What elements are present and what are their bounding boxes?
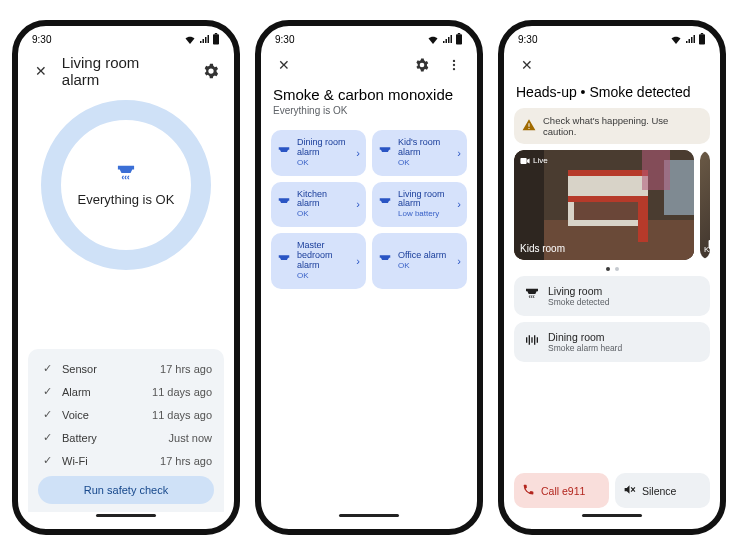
check-row: ✓Voice11 days ago	[38, 403, 214, 426]
alarm-card[interactable]: Living room alarmLow battery ›	[372, 182, 467, 228]
signal-icon	[685, 34, 695, 44]
alarm-status: OK	[297, 210, 350, 219]
svg-rect-17	[638, 196, 648, 242]
alarm-status: Low battery	[398, 210, 451, 219]
page-subtitle: Everything is OK	[271, 105, 467, 124]
header	[271, 48, 467, 84]
pager-dot[interactable]	[606, 267, 610, 271]
alarm-name: Living room alarm	[398, 190, 451, 210]
check-row: ✓Sensor17 hrs ago	[38, 357, 214, 380]
status-icons	[427, 33, 463, 45]
battery-icon	[212, 33, 220, 45]
check-time: 11 days ago	[152, 409, 212, 421]
check-row: ✓Alarm11 days ago	[38, 380, 214, 403]
check-icon: ✓	[40, 362, 54, 375]
svg-point-4	[453, 60, 455, 62]
alarm-status: OK	[297, 159, 350, 168]
close-icon[interactable]	[273, 54, 295, 76]
more-icon[interactable]	[443, 54, 465, 76]
settings-icon[interactable]	[200, 60, 222, 82]
room-status: Smoke alarm heard	[548, 343, 622, 353]
carousel-pager[interactable]	[514, 267, 710, 271]
svg-rect-0	[213, 34, 219, 44]
alarm-status: OK	[398, 262, 451, 271]
pager-dot[interactable]	[615, 267, 619, 271]
safety-checklist: ✓Sensor17 hrs ago ✓Alarm11 days ago ✓Voi…	[28, 349, 224, 512]
chevron-right-icon: ›	[457, 198, 461, 210]
header: Living room alarm	[28, 48, 224, 96]
header	[514, 48, 710, 84]
alarm-status: OK	[398, 159, 451, 168]
close-icon[interactable]	[516, 54, 538, 76]
warning-icon	[522, 118, 536, 134]
status-message: Everything is OK	[78, 192, 175, 207]
settings-icon[interactable]	[411, 54, 433, 76]
sound-icon	[524, 333, 540, 351]
svg-rect-1	[215, 33, 217, 34]
home-indicator[interactable]	[582, 514, 642, 517]
mute-icon	[623, 483, 636, 498]
home-indicator[interactable]	[96, 514, 156, 517]
action-row: Call e911 Silence	[514, 473, 710, 512]
check-icon: ✓	[40, 431, 54, 444]
svg-rect-16	[574, 202, 640, 220]
camera-carousel[interactable]: Live Kids room Kit	[514, 150, 710, 260]
warning-banner: Check what's happening. Use caution.	[514, 108, 710, 144]
status-time: 9:30	[518, 34, 537, 45]
smoke-detector-icon	[378, 144, 392, 162]
smoke-detector-icon	[115, 164, 137, 186]
room-status: Smoke detected	[548, 297, 609, 307]
check-label: Sensor	[62, 363, 97, 375]
svg-point-6	[453, 68, 455, 70]
smoke-detector-icon	[524, 287, 540, 305]
call-e911-button[interactable]: Call e911	[514, 473, 609, 508]
room-status-card[interactable]: Dining roomSmoke alarm heard	[514, 322, 710, 362]
close-icon[interactable]	[30, 60, 52, 82]
run-safety-check-button[interactable]: Run safety check	[38, 476, 214, 504]
home-indicator[interactable]	[339, 514, 399, 517]
silence-label: Silence	[642, 485, 676, 497]
status-icons	[184, 33, 220, 45]
check-time: 17 hrs ago	[160, 363, 212, 375]
alarm-card[interactable]: Kitchen alarmOK ›	[271, 182, 366, 228]
smoke-detector-icon	[277, 144, 291, 162]
chevron-right-icon: ›	[356, 147, 360, 159]
chevron-right-icon: ›	[356, 198, 360, 210]
alarm-card[interactable]: Master bedroom alarmOK ›	[271, 233, 366, 288]
smoke-detector-icon	[277, 195, 291, 213]
warning-text: Check what's happening. Use caution.	[543, 115, 702, 137]
page-title: Living room alarm	[62, 54, 180, 88]
live-label: Live	[533, 156, 548, 165]
status-bar: 9:30	[504, 26, 720, 48]
wifi-icon	[427, 34, 439, 44]
svg-rect-18	[642, 150, 670, 190]
camera-icon	[520, 157, 530, 165]
alarm-status: OK	[297, 272, 350, 281]
camera-caption: Kit	[704, 245, 710, 254]
status-ring: Everything is OK	[41, 100, 211, 270]
alarm-name: Dining room alarm	[297, 138, 350, 158]
chevron-right-icon: ›	[356, 255, 360, 267]
svg-rect-3	[458, 33, 460, 34]
alarm-card[interactable]: Dining room alarmOK ›	[271, 130, 366, 176]
smoke-detector-icon	[378, 252, 392, 270]
alarm-card[interactable]: Office alarmOK ›	[372, 233, 467, 288]
camera-card-peek[interactable]: Kit	[700, 150, 710, 260]
room-status-card[interactable]: Living roomSmoke detected	[514, 276, 710, 316]
smoke-detector-icon	[277, 252, 291, 270]
check-icon: ✓	[40, 385, 54, 398]
svg-rect-7	[699, 34, 705, 44]
camera-card[interactable]: Live Kids room	[514, 150, 694, 260]
check-row: ✓Wi-Fi17 hrs ago	[38, 449, 214, 472]
check-time: Just now	[169, 432, 212, 444]
check-icon: ✓	[40, 454, 54, 467]
status-time: 9:30	[275, 34, 294, 45]
phone-icon	[522, 483, 535, 498]
status-icons	[670, 33, 706, 45]
svg-rect-2	[456, 34, 462, 44]
silence-button[interactable]: Silence	[615, 473, 710, 508]
battery-icon	[455, 33, 463, 45]
check-label: Voice	[62, 409, 89, 421]
room-name: Dining room	[548, 331, 622, 343]
alarm-card[interactable]: Kid's room alarmOK ›	[372, 130, 467, 176]
